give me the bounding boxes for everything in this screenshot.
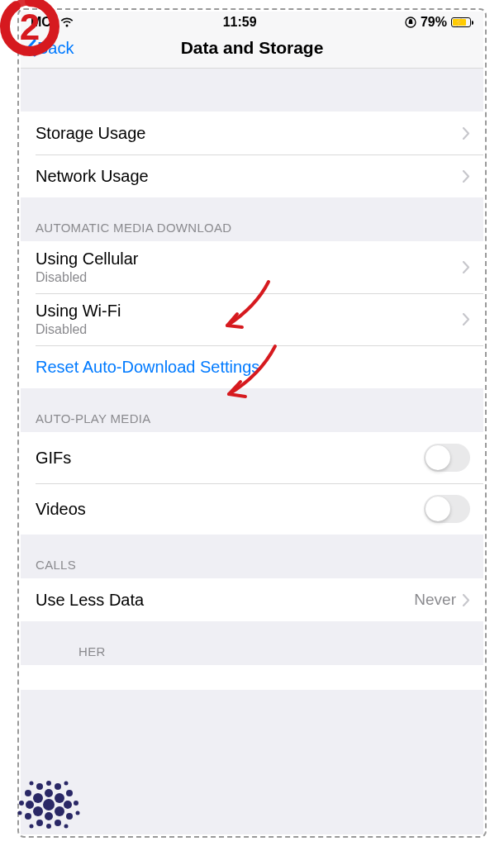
row-label: Storage Usage (36, 124, 463, 143)
calls-header: CALLS (21, 535, 483, 578)
watermark-logo (3, 763, 94, 846)
svg-point-25 (18, 811, 22, 815)
auto-download-header: AUTOMATIC MEDIA DOWNLOAD (21, 197, 483, 241)
battery-icon: ⚡ (451, 17, 473, 27)
row-value: Never (414, 591, 456, 609)
chevron-right-icon (463, 127, 470, 140)
svg-point-6 (55, 793, 64, 803)
svg-point-26 (76, 811, 80, 815)
calls-group: Use Less Data Never (21, 578, 483, 621)
using-cellular-row[interactable]: Using Cellular Disabled (21, 241, 483, 293)
svg-point-22 (74, 801, 78, 806)
svg-point-29 (30, 825, 34, 829)
svg-point-24 (46, 824, 51, 829)
row-label: Use Less Data (36, 591, 414, 610)
svg-point-30 (64, 825, 69, 829)
use-less-data-row[interactable]: Use Less Data Never (21, 578, 483, 621)
reset-auto-download-row[interactable]: Reset Auto-Download Settings (21, 345, 483, 388)
auto-download-group: Using Cellular Disabled Using Wi-Fi Disa… (21, 241, 483, 388)
svg-point-5 (33, 793, 43, 803)
battery-percent: 79% (421, 15, 447, 30)
svg-point-9 (45, 789, 53, 797)
gifs-toggle[interactable] (424, 444, 470, 472)
chevron-right-icon (463, 594, 470, 606)
row-sublabel: Disabled (36, 322, 463, 337)
network-usage-row[interactable]: Network Usage (21, 154, 483, 197)
svg-point-14 (66, 790, 73, 796)
svg-text:2: 2 (20, 7, 40, 47)
svg-point-27 (30, 782, 34, 786)
gifs-row: GIFs (21, 432, 483, 483)
svg-point-11 (26, 801, 34, 809)
svg-point-18 (55, 783, 61, 790)
ios-screen: MCI 11:59 79% ⚡ Back Data and Storage (21, 12, 483, 834)
chevron-right-icon (463, 313, 470, 326)
using-wifi-row[interactable]: Using Wi-Fi Disabled (21, 293, 483, 345)
svg-point-13 (25, 790, 31, 796)
orientation-lock-icon (405, 17, 416, 28)
svg-point-23 (46, 781, 51, 786)
svg-point-21 (19, 801, 24, 806)
svg-point-17 (36, 783, 43, 790)
svg-point-4 (43, 799, 55, 810)
autoplay-header: AUTO-PLAY MEDIA (21, 388, 483, 432)
svg-point-10 (45, 812, 53, 820)
status-time: 11:59 (223, 15, 257, 30)
row-label: GIFs (36, 449, 424, 468)
row-sublabel: Disabled (36, 270, 463, 285)
storage-usage-row[interactable]: Storage Usage (21, 112, 483, 154)
autoplay-group: GIFs Videos (21, 432, 483, 535)
chevron-right-icon (463, 261, 470, 273)
other-header: HER (21, 621, 483, 665)
svg-point-7 (33, 806, 43, 816)
svg-point-8 (55, 806, 64, 816)
row-label: Using Cellular (36, 250, 463, 269)
section-spacer (21, 69, 483, 112)
svg-point-19 (36, 820, 43, 826)
svg-point-16 (66, 813, 73, 820)
svg-point-20 (55, 820, 61, 826)
status-bar: MCI 11:59 79% ⚡ (21, 12, 483, 31)
row-label: Reset Auto-Download Settings (36, 358, 470, 377)
videos-row: Videos (21, 483, 483, 535)
svg-point-15 (25, 813, 31, 820)
videos-toggle[interactable] (424, 495, 470, 523)
row-label: Using Wi-Fi (36, 302, 463, 321)
page-title: Data and Storage (29, 38, 475, 58)
row-label: Videos (36, 500, 424, 519)
other-group-partial (21, 665, 483, 690)
row-label: Network Usage (36, 167, 463, 186)
svg-point-12 (64, 801, 72, 809)
chevron-right-icon (463, 170, 470, 183)
step-badge: 2 (0, 0, 63, 59)
nav-bar: Back Data and Storage (21, 31, 483, 69)
usage-group: Storage Usage Network Usage (21, 112, 483, 197)
svg-point-28 (64, 782, 69, 786)
